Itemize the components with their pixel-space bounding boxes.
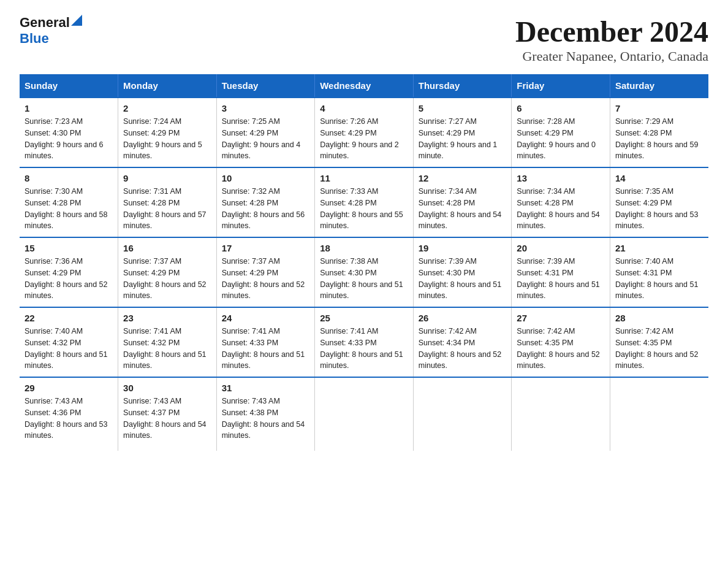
table-row: 9 Sunrise: 7:31 AM Sunset: 4:28 PM Dayli… xyxy=(118,167,217,237)
day-info: Sunrise: 7:29 AM Sunset: 4:28 PM Dayligh… xyxy=(615,117,699,160)
day-info: Sunrise: 7:26 AM Sunset: 4:29 PM Dayligh… xyxy=(320,117,399,160)
day-info: Sunrise: 7:25 AM Sunset: 4:29 PM Dayligh… xyxy=(222,117,301,160)
calendar-title: December 2024 xyxy=(515,15,708,48)
day-number: 7 xyxy=(615,103,703,113)
table-row: 24 Sunrise: 7:41 AM Sunset: 4:33 PM Dayl… xyxy=(216,307,315,377)
day-info: Sunrise: 7:43 AM Sunset: 4:36 PM Dayligh… xyxy=(25,397,108,440)
day-info: Sunrise: 7:40 AM Sunset: 4:31 PM Dayligh… xyxy=(615,257,699,300)
day-number: 23 xyxy=(123,313,211,323)
day-info: Sunrise: 7:39 AM Sunset: 4:30 PM Dayligh… xyxy=(419,257,502,300)
day-number: 29 xyxy=(25,383,113,393)
table-row: 2 Sunrise: 7:24 AM Sunset: 4:29 PM Dayli… xyxy=(118,98,217,167)
day-number: 10 xyxy=(222,173,310,183)
day-number: 5 xyxy=(419,103,507,113)
day-info: Sunrise: 7:32 AM Sunset: 4:28 PM Dayligh… xyxy=(222,187,305,230)
col-monday: Monday xyxy=(118,74,217,98)
calendar-header-row: Sunday Monday Tuesday Wednesday Thursday… xyxy=(20,74,708,98)
table-row: 3 Sunrise: 7:25 AM Sunset: 4:29 PM Dayli… xyxy=(216,98,315,167)
page-header: General Blue December 2024 Greater Napan… xyxy=(20,15,708,64)
day-info: Sunrise: 7:40 AM Sunset: 4:32 PM Dayligh… xyxy=(25,327,108,370)
table-row: 21 Sunrise: 7:40 AM Sunset: 4:31 PM Dayl… xyxy=(610,237,708,307)
day-info: Sunrise: 7:43 AM Sunset: 4:37 PM Dayligh… xyxy=(123,397,207,440)
table-row: 7 Sunrise: 7:29 AM Sunset: 4:28 PM Dayli… xyxy=(610,98,708,167)
table-row: 28 Sunrise: 7:42 AM Sunset: 4:35 PM Dayl… xyxy=(610,307,708,377)
calendar-table: Sunday Monday Tuesday Wednesday Thursday… xyxy=(20,74,708,451)
day-number: 17 xyxy=(222,243,310,253)
table-row: 1 Sunrise: 7:23 AM Sunset: 4:30 PM Dayli… xyxy=(20,98,118,167)
day-number: 14 xyxy=(615,173,703,183)
table-row xyxy=(512,377,610,451)
day-number: 3 xyxy=(222,103,310,113)
table-row: 16 Sunrise: 7:37 AM Sunset: 4:29 PM Dayl… xyxy=(118,237,217,307)
table-row: 14 Sunrise: 7:35 AM Sunset: 4:29 PM Dayl… xyxy=(610,167,708,237)
table-row: 15 Sunrise: 7:36 AM Sunset: 4:29 PM Dayl… xyxy=(20,237,118,307)
day-info: Sunrise: 7:42 AM Sunset: 4:35 PM Dayligh… xyxy=(517,327,600,370)
day-number: 4 xyxy=(320,103,408,113)
table-row: 19 Sunrise: 7:39 AM Sunset: 4:30 PM Dayl… xyxy=(413,237,512,307)
col-sunday: Sunday xyxy=(20,74,118,98)
table-row: 13 Sunrise: 7:34 AM Sunset: 4:28 PM Dayl… xyxy=(512,167,610,237)
col-saturday: Saturday xyxy=(610,74,708,98)
day-info: Sunrise: 7:41 AM Sunset: 4:33 PM Dayligh… xyxy=(320,327,403,370)
day-number: 18 xyxy=(320,243,408,253)
day-info: Sunrise: 7:34 AM Sunset: 4:28 PM Dayligh… xyxy=(517,187,600,230)
table-row: 22 Sunrise: 7:40 AM Sunset: 4:32 PM Dayl… xyxy=(20,307,118,377)
svg-marker-0 xyxy=(71,15,82,26)
table-row: 12 Sunrise: 7:34 AM Sunset: 4:28 PM Dayl… xyxy=(413,167,512,237)
day-number: 21 xyxy=(615,243,703,253)
day-info: Sunrise: 7:42 AM Sunset: 4:35 PM Dayligh… xyxy=(615,327,699,370)
day-info: Sunrise: 7:30 AM Sunset: 4:28 PM Dayligh… xyxy=(25,187,108,230)
logo: General Blue xyxy=(20,15,82,47)
day-info: Sunrise: 7:43 AM Sunset: 4:38 PM Dayligh… xyxy=(222,397,305,440)
table-row: 30 Sunrise: 7:43 AM Sunset: 4:37 PM Dayl… xyxy=(118,377,217,451)
day-info: Sunrise: 7:31 AM Sunset: 4:28 PM Dayligh… xyxy=(123,187,207,230)
table-row: 20 Sunrise: 7:39 AM Sunset: 4:31 PM Dayl… xyxy=(512,237,610,307)
calendar-subtitle: Greater Napanee, Ontario, Canada xyxy=(515,48,708,64)
day-number: 25 xyxy=(320,313,408,323)
col-tuesday: Tuesday xyxy=(216,74,315,98)
table-row: 8 Sunrise: 7:30 AM Sunset: 4:28 PM Dayli… xyxy=(20,167,118,237)
day-info: Sunrise: 7:23 AM Sunset: 4:30 PM Dayligh… xyxy=(25,117,104,160)
table-row xyxy=(610,377,708,451)
table-row: 17 Sunrise: 7:37 AM Sunset: 4:29 PM Dayl… xyxy=(216,237,315,307)
day-info: Sunrise: 7:24 AM Sunset: 4:29 PM Dayligh… xyxy=(123,117,202,160)
day-number: 1 xyxy=(25,103,113,113)
day-number: 20 xyxy=(517,243,605,253)
table-row: 6 Sunrise: 7:28 AM Sunset: 4:29 PM Dayli… xyxy=(512,98,610,167)
table-row xyxy=(413,377,512,451)
day-info: Sunrise: 7:35 AM Sunset: 4:29 PM Dayligh… xyxy=(615,187,699,230)
day-info: Sunrise: 7:34 AM Sunset: 4:28 PM Dayligh… xyxy=(419,187,502,230)
table-row: 27 Sunrise: 7:42 AM Sunset: 4:35 PM Dayl… xyxy=(512,307,610,377)
table-row: 4 Sunrise: 7:26 AM Sunset: 4:29 PM Dayli… xyxy=(315,98,414,167)
logo-general: General xyxy=(20,15,70,31)
table-row xyxy=(315,377,414,451)
day-number: 24 xyxy=(222,313,310,323)
day-number: 13 xyxy=(517,173,605,183)
table-row: 23 Sunrise: 7:41 AM Sunset: 4:32 PM Dayl… xyxy=(118,307,217,377)
table-row: 25 Sunrise: 7:41 AM Sunset: 4:33 PM Dayl… xyxy=(315,307,414,377)
day-number: 19 xyxy=(419,243,507,253)
title-area: December 2024 Greater Napanee, Ontario, … xyxy=(515,15,708,64)
day-number: 27 xyxy=(517,313,605,323)
day-info: Sunrise: 7:42 AM Sunset: 4:34 PM Dayligh… xyxy=(419,327,502,370)
day-info: Sunrise: 7:33 AM Sunset: 4:28 PM Dayligh… xyxy=(320,187,403,230)
day-info: Sunrise: 7:27 AM Sunset: 4:29 PM Dayligh… xyxy=(419,117,498,160)
table-row: 18 Sunrise: 7:38 AM Sunset: 4:30 PM Dayl… xyxy=(315,237,414,307)
day-number: 30 xyxy=(123,383,211,393)
day-number: 28 xyxy=(615,313,703,323)
day-info: Sunrise: 7:37 AM Sunset: 4:29 PM Dayligh… xyxy=(222,257,305,300)
table-row: 10 Sunrise: 7:32 AM Sunset: 4:28 PM Dayl… xyxy=(216,167,315,237)
day-info: Sunrise: 7:36 AM Sunset: 4:29 PM Dayligh… xyxy=(25,257,108,300)
day-info: Sunrise: 7:39 AM Sunset: 4:31 PM Dayligh… xyxy=(517,257,600,300)
day-info: Sunrise: 7:38 AM Sunset: 4:30 PM Dayligh… xyxy=(320,257,403,300)
table-row: 31 Sunrise: 7:43 AM Sunset: 4:38 PM Dayl… xyxy=(216,377,315,451)
day-number: 9 xyxy=(123,173,211,183)
logo-blue: Blue xyxy=(20,31,49,46)
table-row: 29 Sunrise: 7:43 AM Sunset: 4:36 PM Dayl… xyxy=(20,377,118,451)
day-number: 12 xyxy=(419,173,507,183)
table-row: 5 Sunrise: 7:27 AM Sunset: 4:29 PM Dayli… xyxy=(413,98,512,167)
logo-triangle-icon xyxy=(71,15,82,26)
day-number: 2 xyxy=(123,103,211,113)
day-info: Sunrise: 7:41 AM Sunset: 4:32 PM Dayligh… xyxy=(123,327,207,370)
day-number: 11 xyxy=(320,173,408,183)
